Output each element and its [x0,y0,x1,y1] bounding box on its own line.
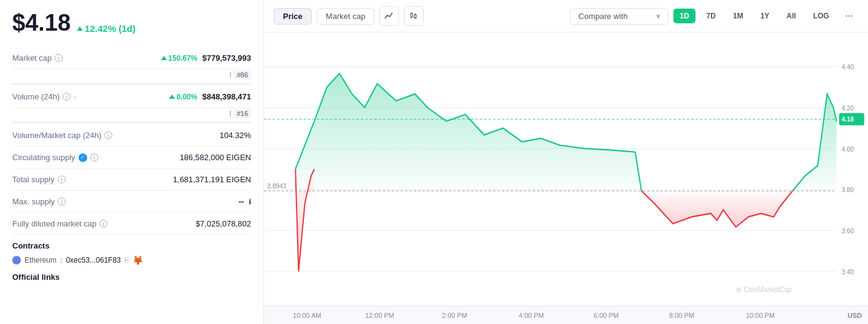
market-cap-rank-row: | #86 [12,69,251,83]
verified-icon: ✓ [79,153,87,162]
market-cap-row: Market cap i 150.67% $779,573,993 [12,47,251,69]
price-header: $4.18 12.42% (1d) [12,10,251,36]
contract-chain: Ethereum [25,256,56,264]
ethereum-icon [12,256,21,264]
svg-marker-16 [792,94,837,191]
max-supply-row: Max. supply i -- i [12,191,251,213]
svg-text:4.00: 4.00 [842,145,854,152]
left-panel: $4.18 12.42% (1d) Market cap i 150.67% $… [0,0,264,324]
period-all-btn[interactable]: All [780,9,802,23]
svg-text:3.8943: 3.8943 [267,182,286,189]
x-label-1600: 4:00 PM [519,312,544,319]
price-value: $4.18 [12,10,71,36]
volume-row: Volume (24h) i › 0.00% $848,398,471 [12,86,251,108]
x-axis-bar: 10:00 AM 12:00 PM 2:00 PM 4:00 PM 6:00 P… [264,306,868,324]
market-cap-label: Market cap i [12,53,63,63]
max-supply-right: -- i [239,197,251,206]
period-7d-btn[interactable]: 7D [700,9,722,23]
market-cap-tab[interactable]: Market cap [317,8,374,25]
market-cap-arrow [161,56,167,60]
fdmc-label: Fully diluted market cap i [12,219,107,228]
volume-info-icon[interactable]: i [63,93,71,101]
official-links-title: Official links [12,272,251,282]
divider-1 [12,83,251,85]
circ-supply-label: Circulating supply ✓ i [12,153,98,162]
compare-chevron-icon: ▾ [656,12,661,21]
candle-chart-icon-btn[interactable] [404,6,424,26]
market-cap-rank: #86 [234,71,251,79]
market-cap-change: 150.67% [161,54,197,63]
vol-mktcap-label: Volume/Market cap (24h) i [12,131,112,140]
volume-rank: #16 [234,109,251,118]
contract-address: 0xec53...061F83 [66,256,120,264]
volume-change: 0.00% [169,93,197,101]
contracts-section: Contracts Ethereum: 0xec53...061F83 ⎘ 🦊 [12,241,251,265]
svg-text:4.20: 4.20 [842,104,854,111]
x-label-1800: 6:00 PM [594,312,619,319]
price-chart-svg: 3.8943 4.40 4.20 4.00 3.80 3.60 3.40 [264,33,868,306]
x-label-2200: 10:00 PM [746,312,775,319]
volume-rank-row: | #16 [12,108,251,122]
circ-supply-info-icon[interactable]: i [90,153,98,161]
x-label-1000: 10:00 AM [293,312,321,319]
fdmc-row: Fully diluted market cap i $7,025,078,80… [12,213,251,235]
x-label-1400: 2:00 PM [442,312,467,319]
svg-text:4.18: 4.18 [842,115,854,122]
right-panel: Price Market cap Compare with ▾ 1D 7D 1M… [264,0,868,324]
period-1m-btn[interactable]: 1M [727,9,750,23]
svg-text:3.80: 3.80 [842,186,854,193]
price-change: 12.42% (1d) [77,23,136,34]
compare-select[interactable]: Compare with ▾ [570,8,668,25]
period-1y-btn[interactable]: 1Y [754,9,776,23]
max-supply-value-info-icon[interactable]: i [249,197,251,206]
candle-chart-icon [409,11,419,21]
contracts-title: Contracts [12,241,251,250]
total-supply-row: Total supply i 1,681,371,191 EIGEN [12,169,251,191]
volume-chevron-icon[interactable]: › [74,93,76,101]
svg-text:3.60: 3.60 [842,227,854,234]
copy-icon[interactable]: ⎘ [125,256,129,264]
period-1d-btn[interactable]: 1D [673,9,695,23]
more-options-btn[interactable]: ··· [840,8,858,24]
arrow-up-icon [77,26,83,31]
max-supply-info-icon[interactable]: i [58,198,66,206]
contract-row: Ethereum: 0xec53...061F83 ⎘ 🦊 [12,255,251,265]
svg-marker-14 [295,74,641,191]
volume-label: Volume (24h) i › [12,92,76,101]
fdmc-info-icon[interactable]: i [99,220,107,228]
line-chart-icon-btn[interactable] [379,6,399,26]
chart-toolbar: Price Market cap Compare with ▾ 1D 7D 1M… [264,0,868,33]
max-supply-label: Max. supply i [12,197,66,206]
total-supply-info-icon[interactable]: i [58,176,66,183]
total-supply-label: Total supply i [12,175,66,184]
svg-rect-3 [414,15,416,18]
svg-text:⊕ CoinMarketCap: ⊕ CoinMarketCap [736,285,792,293]
volume-arrow [169,94,175,99]
chart-area: 3.8943 4.40 4.20 4.00 3.80 3.60 3.40 [264,33,868,306]
vol-mktcap-row: Volume/Market cap (24h) i 104.32% [12,125,251,147]
market-cap-info-icon[interactable]: i [55,54,63,62]
market-cap-right: 150.67% $779,573,993 [161,53,251,63]
circ-supply-row: Circulating supply ✓ i 186,582,000 EIGEN [12,147,251,169]
line-chart-icon [384,11,394,21]
svg-text:4.40: 4.40 [842,63,854,71]
x-label-1200: 12:00 PM [365,312,394,319]
period-log-btn[interactable]: LOG [807,9,835,23]
emoji-fox-icon: 🦊 [133,255,143,265]
svg-text:3.40: 3.40 [842,268,854,275]
price-tab[interactable]: Price [274,8,312,25]
x-label-2000: 8:00 PM [669,312,694,319]
vol-mktcap-info-icon[interactable]: i [104,131,112,139]
divider-2 [12,122,251,123]
volume-right: 0.00% $848,398,471 [169,92,251,101]
svg-rect-0 [411,14,413,17]
currency-label: USD [848,312,862,319]
svg-marker-15 [641,191,792,227]
